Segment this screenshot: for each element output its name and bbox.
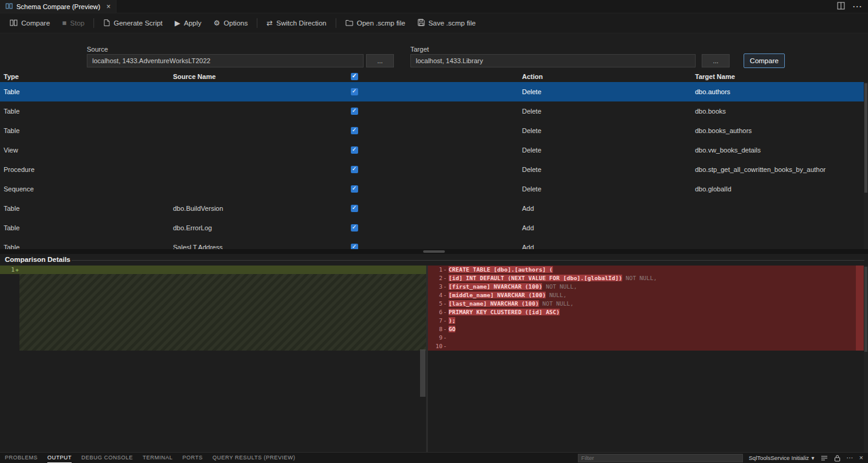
diff-target-pane[interactable]: 1 - CREATE TABLE [dbo].[authors] ( 2 - [… — [428, 266, 868, 452]
insert-sign: + — [15, 266, 19, 274]
target-pane-scrollbar-thumb[interactable] — [864, 267, 867, 352]
horizontal-splitter[interactable] — [0, 249, 868, 254]
panel-tab-ports[interactable]: PORTS — [183, 453, 203, 463]
save-scmp-button[interactable]: Save .scmp file — [412, 16, 482, 30]
cell-type: Table — [4, 121, 19, 140]
inserted-line: 1 + — [0, 266, 426, 274]
cell-action: Add — [522, 199, 534, 218]
column-header-source-name[interactable]: Source Name — [173, 71, 215, 82]
table-row[interactable]: Table SalesLT.Address Add — [0, 238, 868, 249]
source-label: Source — [87, 46, 108, 53]
switch-direction-label: Switch Direction — [276, 19, 326, 27]
stop-icon: ■ — [62, 19, 66, 27]
switch-direction-button[interactable]: ⇄ Switch Direction — [260, 16, 333, 30]
target-browse-button[interactable]: ... — [702, 54, 730, 67]
details-header: Comparison Details — [0, 254, 868, 266]
cell-type: Table — [4, 82, 19, 101]
table-row[interactable]: Procedure Delete dbo.stp_get_all_cowritt… — [0, 160, 868, 179]
source-pane-scrollbar-thumb[interactable] — [420, 349, 426, 397]
include-checkbox[interactable] — [351, 205, 358, 212]
table-row[interactable]: Table Delete dbo.books_authors — [0, 121, 868, 140]
line-number: 8 — [428, 325, 442, 334]
grid-scrollbar[interactable] — [864, 82, 868, 249]
table-row[interactable]: Table dbo.ErrorLog Add — [0, 218, 868, 238]
table-row[interactable]: Table Delete dbo.books — [0, 101, 868, 121]
column-header-action[interactable]: Action — [522, 71, 543, 82]
more-actions-icon[interactable]: ⋯ — [852, 1, 862, 12]
compare-action-button[interactable]: Compare — [744, 53, 785, 68]
split-editor-icon[interactable] — [837, 1, 845, 12]
line-content — [447, 342, 868, 351]
deleted-line: 7 - ); — [428, 317, 868, 325]
diff-highlight: ); — [449, 317, 455, 324]
grid-body: Table Delete dbo.authors Table Delete db… — [0, 82, 868, 249]
deleted-line: 8 - GO — [428, 325, 868, 334]
toolbar-separator — [336, 18, 336, 28]
schema-compare-toolbar: Compare ■ Stop Generate Script ▶ Apply ⚙… — [0, 13, 868, 33]
table-row[interactable]: View Delete dbo.vw_books_details — [0, 140, 868, 160]
output-filter-input[interactable] — [578, 454, 743, 462]
save-icon — [418, 19, 425, 27]
apply-label: Apply — [184, 19, 202, 27]
include-checkbox[interactable] — [351, 88, 358, 95]
options-button[interactable]: ⚙ Options — [208, 16, 254, 30]
column-header-target-name[interactable]: Target Name — [695, 71, 735, 82]
apply-button[interactable]: ▶ Apply — [169, 16, 208, 30]
include-checkbox[interactable] — [351, 185, 358, 193]
panel-tab-debug-console[interactable]: DEBUG CONSOLE — [81, 453, 133, 463]
table-row[interactable]: Sequence Delete dbo.globalId — [0, 179, 868, 199]
table-row[interactable]: Table dbo.BuildVersion Add — [0, 199, 868, 218]
target-input[interactable] — [410, 54, 696, 67]
compare-toolbar-button[interactable]: Compare — [4, 16, 56, 30]
panel-close-icon[interactable]: × — [860, 454, 863, 461]
panel-tab-output[interactable]: OUTPUT — [47, 453, 72, 463]
diff-highlight: [id] INT DEFAULT (NEXT VALUE FOR [dbo].[… — [449, 275, 622, 281]
delete-sign: - — [442, 266, 447, 274]
panel-tab-terminal[interactable]: TERMINAL — [143, 453, 173, 463]
output-channel-label: SqlToolsService Initializ — [749, 454, 809, 461]
tabbar-actions: ⋯ — [837, 0, 868, 13]
splitter-handle[interactable] — [423, 250, 445, 253]
panel-tab-problems[interactable]: PROBLEMS — [5, 453, 38, 463]
delete-sign: - — [442, 283, 447, 291]
include-checkbox[interactable] — [351, 127, 358, 134]
include-checkbox[interactable] — [351, 146, 358, 154]
tab-close-icon[interactable]: × — [106, 2, 110, 11]
cell-action: Delete — [522, 179, 541, 199]
cell-type: Table — [4, 218, 19, 238]
script-icon — [103, 19, 110, 28]
line-number: 2 — [428, 274, 442, 283]
open-file-icon — [345, 19, 353, 27]
table-row[interactable]: Table Delete dbo.authors — [0, 82, 868, 101]
column-header-type[interactable]: Type — [4, 71, 19, 82]
cell-action: Delete — [522, 160, 541, 179]
cell-type: Table — [4, 101, 19, 121]
generate-script-button[interactable]: Generate Script — [97, 16, 169, 30]
delete-sign: - — [442, 300, 447, 308]
include-checkbox[interactable] — [351, 166, 358, 173]
line-content: GO — [447, 325, 868, 334]
diff-highlight: [last_name] NVARCHAR (100) — [449, 300, 539, 307]
grid-scrollbar-thumb[interactable] — [864, 83, 867, 193]
panel-tab-query-results[interactable]: QUERY RESULTS (PREVIEW) — [212, 453, 296, 463]
lock-scroll-icon[interactable] — [834, 454, 841, 462]
select-all-checkbox[interactable] — [351, 73, 358, 80]
open-scmp-button[interactable]: Open .scmp file — [339, 16, 412, 30]
include-checkbox[interactable] — [351, 108, 358, 115]
output-channel-dropdown[interactable]: SqlToolsService Initializ ▾ — [749, 454, 815, 461]
diff-unchanged: NOT NULL, — [539, 300, 574, 307]
tab-schema-compare[interactable]: Schema Compare (Preview) × — [0, 0, 117, 13]
diff-source-pane[interactable]: 1 + — [0, 266, 426, 452]
target-pane-scrollbar[interactable] — [864, 266, 868, 452]
diff-unchanged: NULL, — [546, 292, 566, 298]
line-number: 6 — [428, 308, 442, 317]
source-input[interactable] — [87, 54, 364, 67]
panel-more-actions-icon[interactable]: ⋯ — [847, 454, 853, 461]
source-browse-button[interactable]: ... — [366, 54, 394, 67]
clear-output-icon[interactable] — [821, 454, 828, 462]
include-checkbox[interactable] — [351, 224, 358, 231]
panel-actions: SqlToolsService Initializ ▾ ⋯ × — [578, 454, 863, 462]
cell-source-name: SalesLT.Address — [173, 238, 223, 249]
cell-action: Delete — [522, 121, 541, 140]
include-checkbox[interactable] — [351, 244, 358, 249]
